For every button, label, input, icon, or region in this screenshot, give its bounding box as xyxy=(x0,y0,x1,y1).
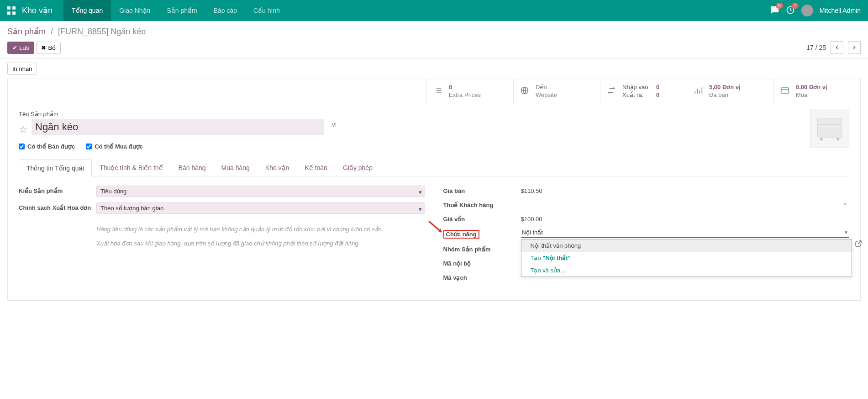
pager-count[interactable]: 17 / 25 xyxy=(806,44,826,51)
close-icon: ✖ xyxy=(41,44,46,51)
print-label-button[interactable]: In nhãn xyxy=(7,63,37,75)
top-nav: Kho vận Tổng quan Giao Nhận Sản phẩm Báo… xyxy=(0,0,868,21)
svg-rect-0 xyxy=(7,6,11,10)
svg-rect-2 xyxy=(7,11,11,15)
can-buy-checkbox[interactable] xyxy=(86,144,92,149)
stat-extra-prices[interactable]: 0 Extra Prices xyxy=(426,79,513,104)
tab-purchase[interactable]: Mua hàng xyxy=(214,159,258,176)
pager-prev[interactable] xyxy=(831,41,843,54)
form-main: Tên Sản phẩm ☆ VI Có thể Bán được Có thể… xyxy=(8,104,860,300)
type-label: Kiểu Sản phẩm xyxy=(19,186,96,197)
external-link-icon[interactable] xyxy=(855,240,862,249)
messages-icon[interactable]: 6 xyxy=(770,5,779,16)
user-name[interactable]: Mitchell Admin xyxy=(820,7,861,14)
sheet-wrap: 0 Extra Prices Đến Website Nhập vào:0 xyxy=(0,79,868,319)
create-quoted: "Nội thất" xyxy=(542,255,571,261)
breadcrumb-root[interactable]: Sản phẩm xyxy=(7,27,46,36)
create-prefix: Tạo xyxy=(531,255,543,261)
transfer-icon xyxy=(607,86,616,96)
save-button[interactable]: ✔ Lưu xyxy=(7,42,34,54)
save-label: Lưu xyxy=(19,44,29,51)
globe-icon xyxy=(520,86,529,96)
invoice-policy-label: Chính sách Xuất Hoá đơn xyxy=(19,202,96,214)
stat-buy[interactable]: 0,00 Đơn vị Mua xyxy=(773,79,860,104)
can-buy-label: Có thể Mua được xyxy=(95,143,143,150)
dropdown-option-1[interactable]: Nội thất văn phòng xyxy=(521,239,852,252)
cost-value[interactable]: $100,00 xyxy=(521,214,850,223)
internal-code-label: Mã nội bộ xyxy=(443,258,521,267)
sale-price-value[interactable]: $110,50 xyxy=(521,186,850,194)
breadcrumb-current: [FURN_8855] Ngăn kéo xyxy=(58,27,146,36)
stat-extra-count: 0 xyxy=(449,84,481,91)
chevron-down-icon: ▾ xyxy=(419,206,422,213)
chevron-down-icon[interactable]: ▼ xyxy=(843,202,847,207)
stat-sold[interactable]: 5,00 Đơn vị Đã bán xyxy=(687,79,773,104)
stat-out-label: Xuất ra: xyxy=(622,91,653,99)
stat-sold-qty: 5,00 Đơn vị xyxy=(709,84,741,91)
form-sheet: 0 Extra Prices Đến Website Nhập vào:0 xyxy=(7,79,861,301)
type-select[interactable]: Tiêu dùng ▾ xyxy=(96,186,425,197)
form-columns: Kiểu Sản phẩm Tiêu dùng ▾ Chính sách Xuấ… xyxy=(19,186,849,287)
title-row: ☆ VI xyxy=(19,119,849,136)
nav-menu: Tổng quan Giao Nhận Sản phẩm Báo cáo Cấu… xyxy=(63,0,288,21)
stat-in-val: 0 xyxy=(656,84,659,91)
tab-sales[interactable]: Bán hàng xyxy=(171,159,214,176)
stat-website[interactable]: Đến Website xyxy=(513,79,600,104)
tab-inventory[interactable]: Kho vận xyxy=(258,159,297,176)
cost-label: Giá vốn xyxy=(443,214,521,223)
type-value: Tiêu dùng xyxy=(100,188,126,195)
can-buy-check[interactable]: Có thể Mua được xyxy=(86,143,143,150)
svg-point-22 xyxy=(836,138,839,141)
name-label: Tên Sản phẩm xyxy=(19,111,849,117)
product-name-input[interactable] xyxy=(32,119,324,135)
chevron-down-icon: ▾ xyxy=(419,189,422,196)
function-input[interactable] xyxy=(521,228,850,238)
group-label: Nhóm Sản phẩm xyxy=(443,244,521,253)
can-sell-checkbox[interactable] xyxy=(19,144,25,149)
nav-transfers[interactable]: Giao Nhận xyxy=(111,0,158,21)
breadcrumb-sep: / xyxy=(51,27,53,36)
chevron-down-icon[interactable]: ▼ xyxy=(844,230,848,235)
function-label: Chức năng xyxy=(443,230,479,239)
help-text-1: Hàng tiêu dùng là các sản phẩm vật lý mà… xyxy=(96,225,425,234)
card-icon xyxy=(780,86,789,96)
activities-icon[interactable]: 7 xyxy=(786,5,795,16)
tab-accounting[interactable]: Kế toán xyxy=(297,159,335,176)
pager-next[interactable] xyxy=(848,41,861,54)
nav-products[interactable]: Sản phẩm xyxy=(158,0,205,21)
discard-button[interactable]: ✖ Bỏ xyxy=(36,42,61,54)
col-right: Giá bán $110,50 Thuế Khách hàng ▼ Giá vố… xyxy=(443,186,850,287)
action-bar: ✔ Lưu ✖ Bỏ 17 / 25 xyxy=(0,38,868,59)
nav-overview[interactable]: Tổng quan xyxy=(63,0,111,21)
apps-icon[interactable] xyxy=(7,6,16,15)
lang-badge[interactable]: VI xyxy=(332,122,337,128)
stat-sold-label: Đã bán xyxy=(709,91,741,99)
favorite-star-icon[interactable]: ☆ xyxy=(19,124,28,136)
tab-general[interactable]: Thông tin Tổng quát xyxy=(19,160,92,176)
brand[interactable]: Kho vận xyxy=(22,5,53,16)
nav-config[interactable]: Cấu hình xyxy=(245,0,288,21)
user-avatar[interactable] xyxy=(801,5,813,16)
sale-price-label: Giá bán xyxy=(443,186,521,194)
svg-point-21 xyxy=(820,138,823,141)
stat-bar: 0 Extra Prices Đến Website Nhập vào:0 xyxy=(8,79,860,104)
tab-license[interactable]: Giấy phép xyxy=(335,159,380,176)
stat-moves[interactable]: Nhập vào:0 Xuất ra:0 xyxy=(600,79,687,104)
toolbar-secondary: In nhãn xyxy=(0,59,868,79)
dropdown-create-edit[interactable]: Tạo và sửa... xyxy=(521,264,852,277)
breadcrumb-bar: Sản phẩm / [FURN_8855] Ngăn kéo xyxy=(0,21,868,38)
barcode-label: Mã vạch xyxy=(443,272,521,281)
stat-buy-qty: 0,00 Đơn vị xyxy=(796,84,827,91)
dropdown-create[interactable]: Tạo "Nội thất" xyxy=(521,252,852,264)
breadcrumb: Sản phẩm / [FURN_8855] Ngăn kéo xyxy=(7,27,861,37)
tabs: Thông tin Tổng quát Thuộc tính & Biến th… xyxy=(19,159,849,176)
discard-label: Bỏ xyxy=(48,44,56,51)
nav-right: 6 7 Mitchell Admin xyxy=(770,5,861,16)
tab-variants[interactable]: Thuộc tính & Biến thể xyxy=(92,159,170,176)
can-sell-check[interactable]: Có thể Bán được xyxy=(19,143,75,150)
help-text-2: Xuất hóa đơn sau khi giao hàng, dựa trên… xyxy=(96,239,425,248)
customer-tax-label: Thuế Khách hàng xyxy=(443,200,521,208)
nav-reports[interactable]: Báo cáo xyxy=(205,0,245,21)
invoice-policy-select[interactable]: Theo số lượng bàn giao ▾ xyxy=(96,202,425,214)
product-image[interactable] xyxy=(810,109,849,148)
